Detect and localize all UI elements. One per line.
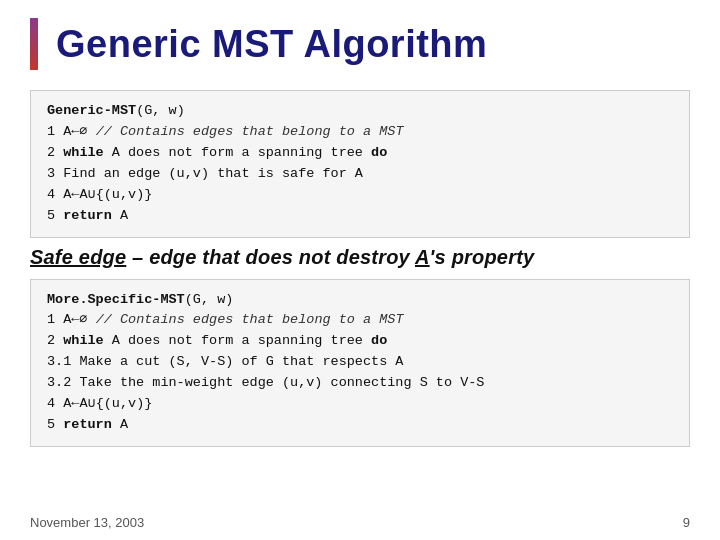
- ms-code-line-0: More.Specific-MST(G, w): [47, 290, 673, 311]
- safe-edge-term: Safe edge: [30, 246, 126, 268]
- footer-date: November 13, 2003: [30, 515, 144, 530]
- code-line-1: 1 A←∅ // Contains edges that belong to a…: [47, 122, 673, 143]
- ms-code-line-5: 5 return A: [47, 415, 673, 436]
- code-line-2: 2 while A does not form a spanning tree …: [47, 143, 673, 164]
- ms-function-name: More.Specific-MST: [47, 292, 185, 307]
- code-line-4: 4 A←A∪{(u,v)}: [47, 185, 673, 206]
- footer-page: 9: [683, 515, 690, 530]
- ms-code-line-1: 1 A←∅ // Contains edges that belong to a…: [47, 310, 673, 331]
- more-specific-mst-code-box: More.Specific-MST(G, w) 1 A←∅ // Contain…: [30, 279, 690, 447]
- safe-edge-description: Safe edge – edge that does not destroy A…: [30, 246, 690, 269]
- ms-code-line-2: 2 while A does not form a spanning tree …: [47, 331, 673, 352]
- ms-code-line-4: 4 A←A∪{(u,v)}: [47, 394, 673, 415]
- safe-edge-dash: – edge that does not destroy: [126, 246, 415, 268]
- footer: November 13, 2003 9: [30, 515, 690, 530]
- safe-edge-a: A: [415, 246, 430, 268]
- safe-edge-property: 's property: [430, 246, 535, 268]
- code-line-5: 5 return A: [47, 206, 673, 227]
- generic-mst-code-box: Generic-MST(G, w) 1 A←∅ // Contains edge…: [30, 90, 690, 238]
- header-accent-bar: [30, 18, 38, 70]
- ms-code-line-31: 3.1 Make a cut (S, V-S) of G that respec…: [47, 352, 673, 373]
- code-function-name: Generic-MST: [47, 103, 136, 118]
- ms-code-line-32: 3.2 Take the min-weight edge (u,v) conne…: [47, 373, 673, 394]
- code-line-3: 3 Find an edge (u,v) that is safe for A: [47, 164, 673, 185]
- header: Generic MST Algorithm: [0, 0, 720, 80]
- page-title: Generic MST Algorithm: [56, 23, 487, 66]
- code-line-0: Generic-MST(G, w): [47, 101, 673, 122]
